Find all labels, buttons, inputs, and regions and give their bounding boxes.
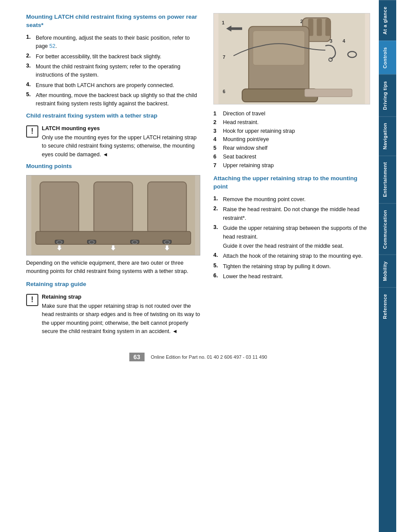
step-1-num: 1. (26, 34, 33, 51)
right-sidebar: At a glance Controls Driving tips Naviga… (379, 0, 396, 532)
svg-rect-29 (253, 31, 305, 65)
sidebar-tab-communication-label: Communication (382, 210, 388, 249)
legend-text-7: Upper retaining strap (223, 162, 274, 170)
sidebar-tab-controls-label: Controls (382, 47, 388, 68)
page-number: 63 (129, 353, 145, 361)
attaching-title: Attaching the upper retaining strap to t… (213, 175, 370, 191)
footer-text: Online Edition for Part no. 01 40 2 606 … (151, 354, 267, 360)
mounting-image (26, 175, 200, 256)
attach-step-4: 4. Attach the hook of the retaining stra… (213, 252, 370, 260)
sidebar-tab-entertainment-label: Entertainment (382, 162, 388, 197)
legend-item-3: 3 Hook for upper retaining strap (213, 127, 370, 135)
attach-step-6: 6. Lower the head restraint. (213, 273, 370, 281)
attach-step-6-text: Lower the head restraint. (223, 273, 283, 281)
step-5-num: 5. (26, 91, 33, 108)
warning-end-symbol: ◄ (103, 152, 108, 158)
attach-step-1-text: Remove the mounting point cover. (223, 195, 306, 204)
legend-text-3: Hook for upper retaining strap (223, 127, 295, 135)
sidebar-tab-navigation-label: Navigation (382, 123, 388, 149)
legend-item-5: 5 Rear window shelf (213, 144, 370, 152)
attach-step-6-num: 6. (213, 273, 220, 281)
main-content: Mounting LATCH child restraint fixing sy… (0, 0, 379, 532)
mounting-svg (27, 175, 200, 255)
attach-step-2-text: Raise the head restraint. Do not change … (223, 205, 370, 222)
sidebar-tab-driving-tips[interactable]: Driving tips (379, 74, 396, 116)
legend-text-2: Head restraint. (223, 118, 259, 127)
warning-text-latch: LATCH mounting eyes Only use the mountin… (42, 125, 200, 159)
step-3: 3. Mount the child restraint fixing syst… (26, 63, 200, 80)
steps-list: 1. Before mounting, adjust the seats to … (26, 34, 200, 108)
sidebar-tab-mobility-label: Mobility (382, 261, 388, 281)
attach-step-3: 3. Guide the upper retaining strap betwe… (213, 224, 370, 250)
svg-rect-1 (40, 182, 79, 234)
step-4-text: Ensure that both LATCH anchors are prope… (36, 81, 174, 90)
sidebar-tab-navigation[interactable]: Navigation (379, 116, 396, 155)
attach-step-1: 1. Remove the mounting point cover. (213, 195, 370, 204)
svg-text:7: 7 (223, 54, 226, 60)
two-col-layout: Mounting LATCH child restraint fixing sy… (26, 13, 370, 340)
warning-end-strap: ◄ (172, 328, 177, 334)
warning-icon-latch: ! (26, 125, 38, 138)
legend-num-7: 7 (213, 162, 219, 170)
attach-step-2: 2. Raise the head restraint. Do not chan… (213, 205, 370, 222)
legend-num-4: 4 (213, 135, 219, 144)
warning-text-strap: Retaining strap Make sure that the upper… (42, 293, 200, 336)
legend-text-1: Direction of travel (223, 110, 265, 118)
step-2-num: 2. (26, 53, 33, 61)
sidebar-tabs: At a glance Controls Driving tips Naviga… (379, 0, 396, 325)
warning-title-strap: Retaining strap (42, 293, 200, 301)
step-4-num: 4. (26, 81, 33, 90)
legend-item-2: 2 Head restraint. (213, 118, 370, 127)
page-link-52[interactable]: 52 (49, 43, 55, 49)
page-container: Mounting LATCH child restraint fixing sy… (0, 0, 418, 532)
attach-step-3-text: Guide the upper retaining strap between … (223, 224, 370, 250)
attach-step-3-line1: Guide the upper retaining strap between … (223, 224, 370, 241)
attach-step-3-num: 3. (213, 224, 220, 250)
warning-body-latch: Only use the mounting eyes for the upper… (42, 135, 197, 158)
seat-diagram: 1 2 3 4 (213, 13, 370, 104)
legend-num-2: 2 (213, 118, 219, 127)
svg-text:4: 4 (343, 38, 345, 44)
attach-step-5-num: 5. (213, 263, 220, 271)
svg-rect-2 (94, 182, 132, 234)
legend-text-4: Mounting point/eye (223, 135, 269, 144)
step-4: 4. Ensure that both LATCH anchors are pr… (26, 81, 200, 90)
attach-step-5-text: Tighten the retaining strap by pulling i… (223, 263, 331, 271)
legend-item-1: 1 Direction of travel (213, 110, 370, 118)
sidebar-tab-entertainment[interactable]: Entertainment (379, 155, 396, 203)
svg-rect-23 (325, 19, 330, 36)
tether-title: Child restraint fixing system with a tet… (26, 112, 200, 120)
attach-step-4-text: Attach the hook of the retaining strap t… (223, 252, 363, 260)
svg-rect-22 (317, 19, 322, 36)
sidebar-tab-driving-tips-label: Driving tips (382, 81, 388, 110)
warning-title-latch: LATCH mounting eyes (42, 125, 200, 133)
attach-step-3-line2: Guide it over the head restraint of the … (223, 242, 370, 250)
legend-num-3: 3 (213, 127, 219, 135)
sidebar-tab-at-a-glance[interactable]: At a glance (379, 0, 396, 40)
step-2-text: For better accessibility, tilt the backr… (36, 53, 162, 61)
svg-text:6: 6 (223, 89, 226, 94)
legend-text-5: Rear window shelf (223, 144, 267, 152)
retaining-title: Retaining strap guide (26, 280, 200, 289)
right-column: 1 2 3 4 (213, 13, 370, 340)
svg-text:3: 3 (330, 38, 332, 44)
step-3-text: Mount the child restraint fixing system;… (36, 63, 200, 80)
sidebar-tab-communication[interactable]: Communication (379, 203, 396, 255)
footer: 63 Online Edition for Part no. 01 40 2 6… (26, 340, 370, 361)
legend-item-6: 6 Seat backrest (213, 153, 370, 161)
sidebar-tab-mobility[interactable]: Mobility (379, 255, 396, 287)
sidebar-tab-reference[interactable]: Reference (379, 287, 396, 325)
legend-num-1: 1 (213, 110, 219, 118)
attach-step-1-num: 1. (213, 195, 220, 204)
attach-step-2-num: 2. (213, 205, 220, 222)
warning-block-latch: ! LATCH mounting eyes Only use the mount… (26, 125, 200, 159)
legend-item-4: 4 Mounting point/eye (213, 135, 370, 144)
step-3-num: 3. (26, 63, 33, 80)
mounting-caption: Depending on the vehicle equipment, ther… (26, 259, 200, 276)
attach-step-5: 5. Tighten the retaining strap by pullin… (213, 263, 370, 271)
svg-rect-32 (305, 89, 352, 97)
step-5-text: After mounting, move the backrest back u… (36, 91, 200, 108)
attach-step-4-num: 4. (213, 252, 220, 260)
main-title: Mounting LATCH child restraint fixing sy… (26, 13, 200, 30)
sidebar-tab-controls[interactable]: Controls (379, 40, 396, 74)
